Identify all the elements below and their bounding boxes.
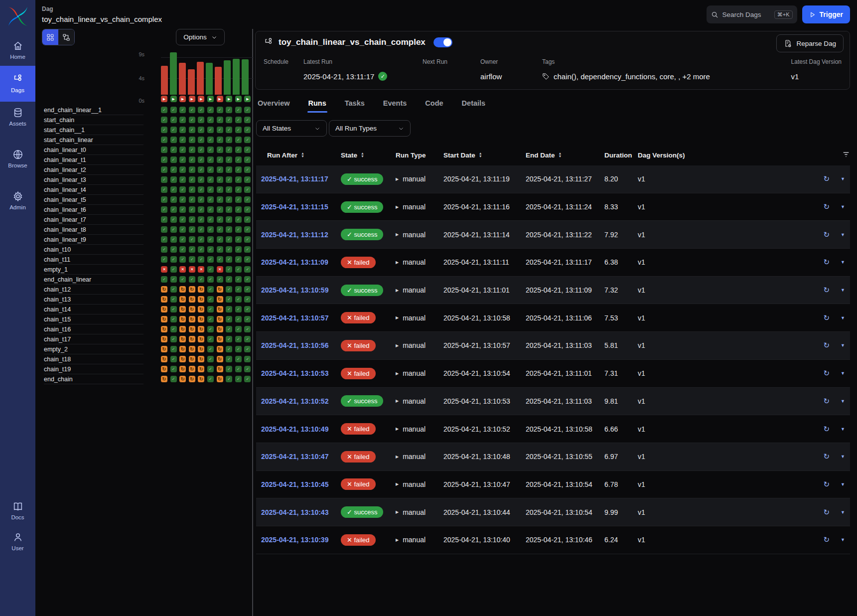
- sort-icon[interactable]: ▲▼: [479, 152, 482, 158]
- task-instance-success-icon[interactable]: ✓: [170, 196, 177, 203]
- task-instance-success-icon[interactable]: ✓: [235, 346, 242, 352]
- task-name[interactable]: chain_t16: [44, 324, 143, 334]
- task-instance-success-icon[interactable]: ✓: [235, 246, 242, 253]
- task-instance-success-icon[interactable]: ✓: [170, 156, 177, 163]
- task-instance-success-icon[interactable]: ✓: [170, 206, 177, 213]
- task-instance-success-icon[interactable]: ✓: [217, 107, 223, 113]
- task-instance-upstream-failed-icon[interactable]: ↻: [179, 296, 186, 303]
- task-instance-success-icon[interactable]: ✓: [179, 256, 186, 263]
- task-instance-success-icon[interactable]: ✓: [217, 216, 223, 223]
- task-instance-success-icon[interactable]: ✓: [161, 147, 167, 153]
- task-instance-success-icon[interactable]: ✓: [226, 246, 232, 253]
- row-menu-caret-icon[interactable]: ▼: [841, 454, 845, 459]
- run-after-link[interactable]: 2025-04-21, 13:10:49: [261, 425, 328, 433]
- task-instance-success-icon[interactable]: ✓: [226, 326, 232, 332]
- task-instance-upstream-failed-icon[interactable]: ↻: [198, 296, 204, 303]
- task-instance-success-icon[interactable]: ✓: [235, 127, 242, 133]
- task-instance-success-icon[interactable]: ✓: [179, 206, 186, 213]
- task-instance-success-icon[interactable]: ✓: [198, 127, 204, 133]
- task-instance-success-icon[interactable]: ✓: [170, 376, 177, 382]
- task-instance-success-icon[interactable]: ✓: [189, 156, 195, 163]
- task-name[interactable]: chain_linear_t8: [44, 225, 143, 235]
- task-instance-upstream-failed-icon[interactable]: ↻: [217, 306, 223, 312]
- task-instance-success-icon[interactable]: ✓: [244, 166, 251, 173]
- column-header-state[interactable]: State▲▼: [341, 152, 396, 159]
- task-instance-success-icon[interactable]: ✓: [170, 346, 177, 352]
- task-instance-success-icon[interactable]: ✓: [179, 156, 186, 163]
- run-after-link[interactable]: 2025-04-21, 13:10:57: [261, 314, 328, 322]
- task-instance-success-icon[interactable]: ✓: [244, 326, 251, 332]
- task-instance-upstream-failed-icon[interactable]: ↻: [189, 296, 195, 303]
- tab-runs[interactable]: Runs: [307, 95, 327, 113]
- task-instance-success-icon[interactable]: ✓: [226, 256, 232, 263]
- row-menu-caret-icon[interactable]: ▼: [841, 204, 845, 209]
- task-instance-success-icon[interactable]: ✓: [161, 276, 167, 283]
- task-instance-success-icon[interactable]: ✓: [226, 296, 232, 303]
- task-instance-success-icon[interactable]: ✓: [207, 276, 214, 283]
- sidebar-item-user[interactable]: User: [0, 526, 35, 557]
- task-name[interactable]: chain_linear_t5: [44, 195, 143, 205]
- task-instance-success-icon[interactable]: ✓: [244, 196, 251, 203]
- task-instance-success-icon[interactable]: ✓: [198, 137, 204, 143]
- task-instance-success-icon[interactable]: ✓: [244, 186, 251, 193]
- task-instance-success-icon[interactable]: ✓: [161, 176, 167, 183]
- task-instance-upstream-failed-icon[interactable]: ↻: [189, 326, 195, 332]
- task-instance-success-icon[interactable]: ✓: [244, 246, 251, 253]
- task-instance-success-icon[interactable]: ✓: [198, 107, 204, 113]
- clear-run-icon[interactable]: ↻: [824, 369, 830, 378]
- task-instance-success-icon[interactable]: ✓: [198, 147, 204, 153]
- task-instance-upstream-failed-icon[interactable]: ↻: [189, 316, 195, 322]
- task-instance-success-icon[interactable]: ✓: [244, 156, 251, 163]
- run-after-link[interactable]: 2025-04-21, 13:10:59: [261, 286, 328, 294]
- task-instance-success-icon[interactable]: ✓: [235, 286, 242, 293]
- task-instance-success-icon[interactable]: ✓: [226, 276, 232, 283]
- task-name[interactable]: chain_t12: [44, 285, 143, 295]
- task-instance-upstream-failed-icon[interactable]: ↻: [198, 326, 204, 332]
- task-instance-success-icon[interactable]: ✓: [207, 306, 214, 312]
- task-instance-success-icon[interactable]: ✓: [217, 166, 223, 173]
- sidebar-item-admin[interactable]: Admin: [0, 185, 35, 216]
- task-instance-upstream-failed-icon[interactable]: ↻: [217, 296, 223, 303]
- task-instance-success-icon[interactable]: ✓: [189, 127, 195, 133]
- task-instance-success-icon[interactable]: ✓: [198, 206, 204, 213]
- task-instance-upstream-failed-icon[interactable]: ↻: [179, 286, 186, 293]
- clear-run-icon[interactable]: ↻: [824, 480, 830, 489]
- task-instance-upstream-failed-icon[interactable]: ↻: [161, 286, 167, 293]
- task-instance-success-icon[interactable]: ✓: [235, 376, 242, 382]
- task-instance-success-icon[interactable]: ✓: [244, 107, 251, 113]
- task-instance-success-icon[interactable]: ✓: [170, 166, 177, 173]
- row-menu-caret-icon[interactable]: ▼: [841, 232, 845, 237]
- run-after-link[interactable]: 2025-04-21, 13:11:12: [261, 231, 328, 239]
- task-instance-success-icon[interactable]: ✓: [235, 366, 242, 372]
- sort-icon[interactable]: ▲▼: [301, 152, 304, 158]
- task-instance-upstream-failed-icon[interactable]: ↻: [217, 286, 223, 293]
- task-instance-success-icon[interactable]: ✓: [226, 236, 232, 243]
- task-instance-success-icon[interactable]: ✓: [226, 336, 232, 342]
- task-instance-success-icon[interactable]: ✓: [207, 137, 214, 143]
- task-name[interactable]: chain_linear_t4: [44, 185, 143, 195]
- task-instance-success-icon[interactable]: ✓: [217, 236, 223, 243]
- run-after-link[interactable]: 2025-04-21, 13:11:15: [261, 203, 328, 211]
- task-instance-success-icon[interactable]: ✓: [170, 336, 177, 342]
- task-instance-success-icon[interactable]: ✓: [244, 176, 251, 183]
- task-instance-upstream-failed-icon[interactable]: ↻: [217, 346, 223, 352]
- task-instance-success-icon[interactable]: ✓: [244, 276, 251, 283]
- task-instance-success-icon[interactable]: ✓: [179, 127, 186, 133]
- task-instance-success-icon[interactable]: ✓: [244, 336, 251, 342]
- task-instance-upstream-failed-icon[interactable]: ↻: [189, 366, 195, 372]
- task-instance-success-icon[interactable]: ✓: [198, 156, 204, 163]
- task-instance-success-icon[interactable]: ✓: [217, 186, 223, 193]
- task-instance-upstream-failed-icon[interactable]: ↻: [179, 366, 186, 372]
- task-instance-success-icon[interactable]: ✓: [198, 276, 204, 283]
- reparse-dag-button[interactable]: Reparse Dag: [776, 34, 844, 52]
- task-instance-success-icon[interactable]: ✓: [207, 196, 214, 203]
- task-instance-success-icon[interactable]: ✓: [244, 127, 251, 133]
- task-instance-upstream-failed-icon[interactable]: ↻: [161, 326, 167, 332]
- task-instance-success-icon[interactable]: ✓: [244, 256, 251, 263]
- task-name[interactable]: end_chain_linear: [44, 275, 143, 285]
- task-name[interactable]: chain_linear_t1: [44, 155, 143, 165]
- task-instance-success-icon[interactable]: ✓: [179, 117, 186, 123]
- row-menu-caret-icon[interactable]: ▼: [841, 176, 845, 181]
- clear-run-icon[interactable]: ↻: [824, 313, 830, 322]
- clear-run-icon[interactable]: ↻: [824, 508, 830, 517]
